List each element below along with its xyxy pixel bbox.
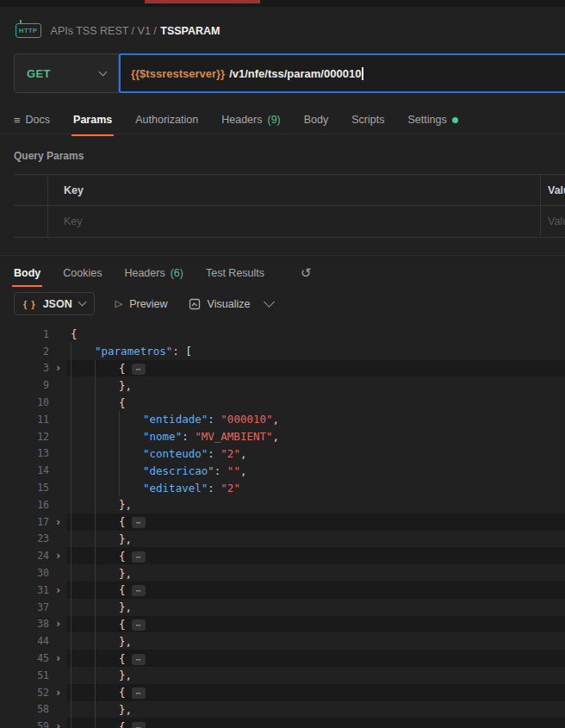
json-punctuation: {	[119, 720, 126, 728]
collapsed-ellipsis[interactable]: ⋯	[132, 517, 146, 528]
collapsed-line-content[interactable]: {⋯	[67, 718, 565, 728]
code-line[interactable]: 14"descricao": "",	[0, 462, 565, 479]
response-tab-cookies[interactable]: Cookies	[63, 267, 102, 287]
tab-docs[interactable]: ≡ Docs	[14, 114, 50, 136]
code-line[interactable]: 24›{⋯	[0, 547, 565, 564]
collapsed-line-content[interactable]: {⋯	[67, 684, 565, 701]
line-content[interactable]: },	[67, 632, 565, 650]
code-line[interactable]: 9},	[0, 376, 565, 394]
collapsed-line-content[interactable]: {⋯	[67, 616, 565, 633]
collapsed-line-content[interactable]: {⋯	[67, 513, 565, 531]
response-tab-body[interactable]: Body	[14, 267, 40, 287]
fold-chevron-icon[interactable]: ›	[49, 551, 67, 561]
line-content[interactable]: },	[67, 496, 565, 513]
line-content[interactable]: },	[67, 564, 565, 582]
editor-gutter: 37	[0, 601, 67, 613]
response-tab-test-results[interactable]: Test Results	[206, 267, 264, 287]
line-content[interactable]: "conteudo": "2",	[67, 445, 565, 463]
app-window: HTTP APIs TSS REST / V1 / TSSPARAM GET {…	[0, 0, 565, 728]
key-header-label: Key	[64, 184, 84, 196]
code-line[interactable]: 13"conteudo": "2",	[0, 445, 565, 463]
code-line[interactable]: 3›{⋯	[0, 360, 565, 377]
query-params-title: Query Params	[14, 150, 565, 162]
collapsed-ellipsis[interactable]: ⋯	[132, 585, 146, 596]
collapsed-ellipsis[interactable]: ⋯	[132, 688, 146, 699]
json-string: "2"	[220, 447, 240, 460]
code-line[interactable]: 23},	[0, 531, 565, 548]
response-tab-headers[interactable]: Headers (6)	[124, 267, 183, 287]
code-line[interactable]: 52›{⋯	[0, 684, 565, 701]
collapsed-ellipsis[interactable]: ⋯	[132, 619, 146, 631]
collapsed-line-content[interactable]: {⋯	[67, 582, 565, 599]
response-history-icon[interactable]: ↺	[301, 265, 312, 281]
tab-headers[interactable]: Headers (9)	[221, 114, 281, 136]
code-line[interactable]: 10{	[0, 394, 565, 411]
fold-chevron-icon[interactable]: ›	[49, 363, 67, 373]
fold-chevron-icon[interactable]: ›	[49, 517, 67, 527]
collapsed-ellipsis[interactable]: ⋯	[132, 722, 146, 728]
code-line[interactable]: 11"entidade": "000010",	[0, 411, 565, 428]
line-content[interactable]: {	[67, 326, 565, 343]
code-line[interactable]: 38›{⋯	[0, 616, 565, 633]
collapsed-ellipsis[interactable]: ⋯	[132, 364, 146, 375]
code-line[interactable]: 16},	[0, 496, 565, 513]
breadcrumb: APIs TSS REST / V1 / TSSPARAM	[51, 22, 220, 38]
more-options-chevron-icon[interactable]	[264, 296, 276, 308]
collapsed-line-content[interactable]: {⋯	[67, 360, 565, 377]
collapsed-ellipsis[interactable]: ⋯	[132, 551, 146, 563]
code-line[interactable]: 17›{⋯	[0, 513, 565, 531]
line-content[interactable]: "editavel": "2"	[67, 479, 565, 496]
preview-button[interactable]: ▷ Preview	[115, 298, 168, 310]
code-line[interactable]: 45›{⋯	[0, 650, 565, 667]
fold-chevron-icon[interactable]: ›	[49, 585, 67, 595]
tab-scripts[interactable]: Scripts	[351, 114, 384, 136]
breadcrumb-path[interactable]: APIs TSS REST / V1 /	[51, 25, 157, 37]
tab-body[interactable]: Body	[304, 114, 329, 136]
line-content[interactable]: },	[67, 667, 565, 684]
response-tab-body-label: Body	[14, 267, 40, 279]
code-line[interactable]: 37},	[0, 599, 565, 616]
code-line[interactable]: 51},	[0, 667, 565, 684]
code-line[interactable]: 12"nome": "MV_AMBIENT",	[0, 428, 565, 445]
line-number: 24	[0, 550, 49, 562]
code-line[interactable]: 1{	[0, 326, 565, 343]
fold-chevron-icon[interactable]: ›	[49, 653, 67, 663]
response-toolbar: { } JSON ▷ Preview Visualize	[14, 292, 565, 315]
line-number: 14	[0, 464, 49, 476]
collapsed-line-content[interactable]: {⋯	[67, 650, 565, 667]
tab-params[interactable]: Params	[73, 114, 112, 136]
url-input[interactable]: {{$tssrestserver}} /v1/nfe/tss/param/000…	[119, 53, 565, 93]
value-input-cell[interactable]: Value	[541, 206, 565, 237]
format-select[interactable]: { } JSON	[14, 292, 95, 315]
fold-chevron-icon[interactable]: ›	[49, 721, 67, 728]
fold-chevron-icon[interactable]: ›	[49, 619, 67, 629]
code-line[interactable]: 31›{⋯	[0, 582, 565, 599]
json-key: "editavel"	[143, 482, 208, 495]
tab-settings[interactable]: Settings	[407, 114, 457, 136]
code-line[interactable]: 15"editavel": "2"	[0, 479, 565, 496]
line-content[interactable]: },	[67, 701, 565, 719]
code-line[interactable]: 2"parametros": [	[0, 343, 565, 360]
code-line[interactable]: 30},	[0, 564, 565, 582]
collapsed-ellipsis[interactable]: ⋯	[132, 654, 146, 665]
line-content[interactable]: "entidade": "000010",	[67, 411, 565, 428]
fold-chevron-icon[interactable]: ›	[49, 688, 67, 698]
json-punctuation: :	[208, 447, 220, 460]
line-content[interactable]: "descricao": "",	[67, 462, 565, 479]
line-content[interactable]: },	[67, 531, 565, 548]
line-content[interactable]: "parametros": [	[67, 343, 565, 360]
line-content[interactable]: {	[67, 394, 565, 411]
code-line[interactable]: 44},	[0, 632, 565, 650]
json-punctuation: {	[119, 652, 126, 665]
tab-authorization[interactable]: Authorization	[135, 114, 198, 136]
line-content[interactable]: "nome": "MV_AMBIENT",	[67, 428, 565, 445]
chevron-down-icon	[99, 67, 108, 76]
code-line[interactable]: 59›{⋯	[0, 718, 565, 728]
code-line[interactable]: 58},	[0, 701, 565, 719]
collapsed-line-content[interactable]: {⋯	[67, 547, 565, 564]
line-content[interactable]: },	[67, 599, 565, 616]
line-content[interactable]: },	[67, 376, 565, 394]
key-input-cell[interactable]: Key	[48, 206, 541, 237]
method-select[interactable]: GET	[14, 53, 119, 93]
visualize-button[interactable]: Visualize	[189, 298, 251, 310]
